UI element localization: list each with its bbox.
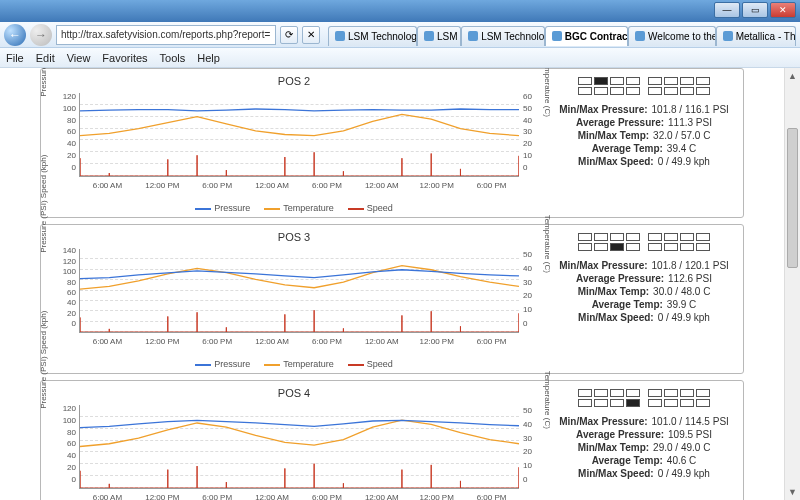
tire-diagram <box>549 73 739 103</box>
stat-label: Min/Max Speed: <box>578 468 654 479</box>
stat-label: Average Pressure: <box>576 273 664 284</box>
stat-row: Min/Max Speed:0 / 49.9 kph <box>549 311 739 324</box>
plot-area: 020406080100120010203040506:00 AM12:00 P… <box>79 405 519 489</box>
chart-area: Pressure (PSI) Speed (kph) Temperature (… <box>45 91 543 201</box>
stat-row: Min/Max Speed:0 / 49.9 kph <box>549 155 739 168</box>
vertical-scrollbar[interactable]: ▲ ▼ <box>784 68 800 500</box>
stat-row: Average Temp:39.4 C <box>549 142 739 155</box>
stat-row: Min/Max Pressure:101.0 / 114.5 PSI <box>549 415 739 428</box>
stat-value: 101.0 / 114.5 PSI <box>652 416 729 427</box>
favicon <box>552 31 562 41</box>
stop-button[interactable]: ✕ <box>302 26 320 44</box>
stat-row: Min/Max Pressure:101.8 / 120.1 PSI <box>549 259 739 272</box>
address-text: http://trax.safetyvision.com/reports.php… <box>61 29 270 40</box>
browser-tab[interactable]: Welcome to the C...✕ <box>628 26 716 46</box>
close-button[interactable]: ✕ <box>770 2 796 18</box>
browser-tab[interactable]: BGC Contracting✕ <box>545 26 628 46</box>
stats-column: Min/Max Pressure:101.8 / 120.1 PSIAverag… <box>549 229 739 369</box>
chart-title: POS 3 <box>45 229 543 247</box>
forward-button[interactable]: → <box>30 24 52 46</box>
stat-label: Min/Max Temp: <box>578 286 649 297</box>
stat-row: Average Temp:40.6 C <box>549 454 739 467</box>
stat-value: 111.3 PSI <box>668 117 712 128</box>
y-axis-label: Pressure (PSI) Speed (kph) <box>39 155 48 253</box>
stat-label: Min/Max Speed: <box>578 156 654 167</box>
stat-value: 0 / 49.9 kph <box>658 156 710 167</box>
stat-value: 109.5 PSI <box>668 429 712 440</box>
stat-label: Average Temp: <box>592 455 663 466</box>
tab-strip: LSM Technologies...✕LSM✕LSM Technologies… <box>328 24 796 46</box>
plot-area: 02040608010012001020304050606:00 AM12:00… <box>79 93 519 177</box>
y-axis-label: Pressure (PSI) Speed (kph) <box>39 311 48 409</box>
menu-tools[interactable]: Tools <box>160 52 186 64</box>
favicon <box>723 31 733 41</box>
tab-label: LSM Technologies <box>481 31 545 42</box>
browser-tab[interactable]: LSM✕ <box>417 26 461 46</box>
back-button[interactable]: ← <box>4 24 26 46</box>
chart-column: POS 2 Pressure (PSI) Speed (kph) Tempera… <box>45 73 543 213</box>
stat-value: 29.0 / 49.0 C <box>653 442 710 453</box>
chart-legend: Pressure Temperature Speed <box>45 201 543 213</box>
y2-axis-label: Temperature (C) <box>543 215 552 273</box>
browser-tab[interactable]: Metallica - The ...✕ <box>716 26 796 46</box>
stat-row: Average Temp:39.9 C <box>549 298 739 311</box>
refresh-button[interactable]: ⟳ <box>280 26 298 44</box>
stat-value: 39.4 C <box>667 143 696 154</box>
stat-value: 40.6 C <box>667 455 696 466</box>
report-panel: POS 3 Pressure (PSI) Speed (kph) Tempera… <box>40 224 744 374</box>
plot-area: 020406080100120140010203040506:00 AM12:0… <box>79 249 519 333</box>
stat-label: Min/Max Temp: <box>578 442 649 453</box>
favicon <box>468 31 478 41</box>
stat-value: 39.9 C <box>667 299 696 310</box>
scroll-up-arrow[interactable]: ▲ <box>785 68 800 84</box>
report-panel: POS 2 Pressure (PSI) Speed (kph) Tempera… <box>40 68 744 218</box>
menu-file[interactable]: File <box>6 52 24 64</box>
window-titlebar: — ▭ ✕ <box>0 0 800 22</box>
browser-nav-row: ← → http://trax.safetyvision.com/reports… <box>0 22 800 48</box>
browser-tab[interactable]: LSM Technologies✕ <box>461 26 545 46</box>
minimize-button[interactable]: — <box>714 2 740 18</box>
favicon <box>635 31 645 41</box>
tab-label: LSM Technologies... <box>348 31 417 42</box>
menu-view[interactable]: View <box>67 52 91 64</box>
tab-label: BGC Contracting <box>565 31 628 42</box>
menu-edit[interactable]: Edit <box>36 52 55 64</box>
menu-favorites[interactable]: Favorites <box>102 52 147 64</box>
stat-row: Min/Max Temp:29.0 / 49.0 C <box>549 441 739 454</box>
report-panel: POS 4 Pressure (PSI) Speed (kph) Tempera… <box>40 380 744 500</box>
y2-axis-label: Temperature (C) <box>543 68 552 117</box>
favicon <box>424 31 434 41</box>
tab-label: LSM <box>437 31 458 42</box>
stats-column: Min/Max Pressure:101.8 / 116.1 PSIAverag… <box>549 73 739 213</box>
stats-column: Min/Max Pressure:101.0 / 114.5 PSIAverag… <box>549 385 739 500</box>
stat-row: Min/Max Pressure:101.8 / 116.1 PSI <box>549 103 739 116</box>
address-bar[interactable]: http://trax.safetyvision.com/reports.php… <box>56 25 276 45</box>
chart-title: POS 2 <box>45 73 543 91</box>
stat-row: Average Pressure:112.6 PSI <box>549 272 739 285</box>
chart-area: Pressure (PSI) Speed (kph) Temperature (… <box>45 247 543 357</box>
tire-diagram <box>549 385 739 415</box>
stat-row: Min/Max Temp:32.0 / 57.0 C <box>549 129 739 142</box>
chart-legend: Pressure Temperature Speed <box>45 357 543 369</box>
tab-label: Metallica - The ... <box>736 31 796 42</box>
stat-value: 101.8 / 116.1 PSI <box>652 104 729 115</box>
browser-tab[interactable]: LSM Technologies...✕ <box>328 26 417 46</box>
stat-label: Average Temp: <box>592 299 663 310</box>
stat-label: Min/Max Pressure: <box>559 104 647 115</box>
stat-label: Min/Max Speed: <box>578 312 654 323</box>
menu-help[interactable]: Help <box>197 52 220 64</box>
chart-column: POS 4 Pressure (PSI) Speed (kph) Tempera… <box>45 385 543 500</box>
stat-row: Min/Max Speed:0 / 49.9 kph <box>549 467 739 480</box>
chart-area: Pressure (PSI) Speed (kph) Temperature (… <box>45 403 543 500</box>
tire-diagram <box>549 229 739 259</box>
scroll-thumb[interactable] <box>787 128 798 268</box>
favicon <box>335 31 345 41</box>
maximize-button[interactable]: ▭ <box>742 2 768 18</box>
stat-row: Min/Max Temp:30.0 / 48.0 C <box>549 285 739 298</box>
scroll-down-arrow[interactable]: ▼ <box>785 484 800 500</box>
chart-title: POS 4 <box>45 385 543 403</box>
stat-label: Average Temp: <box>592 143 663 154</box>
stat-row: Average Pressure:109.5 PSI <box>549 428 739 441</box>
y2-axis-label: Temperature (C) <box>543 371 552 429</box>
stat-value: 112.6 PSI <box>668 273 712 284</box>
